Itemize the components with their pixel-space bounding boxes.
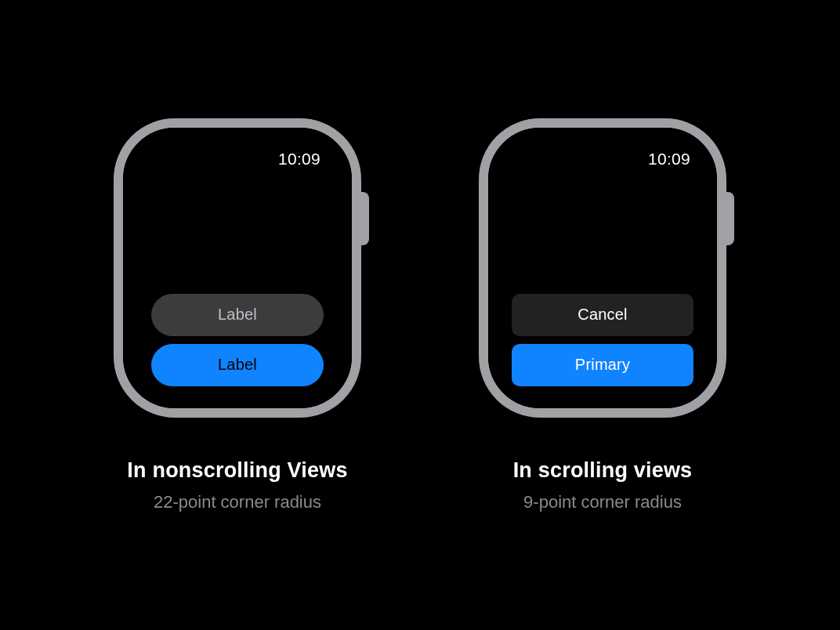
caption-subtitle: 22-point corner radius bbox=[154, 492, 321, 512]
status-time: 10:09 bbox=[512, 150, 693, 168]
button-area: Label Label bbox=[151, 294, 324, 386]
watch-mockup-left: 10:09 Label Label bbox=[114, 118, 361, 418]
cancel-button-label: Cancel bbox=[578, 306, 627, 324]
caption-subtitle: 9-point corner radius bbox=[523, 492, 682, 512]
caption-title: In nonscrolling Views bbox=[127, 458, 347, 483]
watch-crown bbox=[723, 192, 734, 245]
caption-title: In scrolling views bbox=[513, 458, 693, 483]
example-scrolling: 10:09 Cancel Primary In scrolling views … bbox=[479, 118, 726, 512]
primary-button[interactable]: Primary bbox=[512, 344, 693, 386]
primary-button-label: Label bbox=[218, 356, 257, 374]
primary-button-label: Primary bbox=[575, 356, 630, 374]
cancel-button[interactable]: Cancel bbox=[512, 294, 693, 336]
primary-button[interactable]: Label bbox=[151, 344, 324, 386]
secondary-button[interactable]: Label bbox=[151, 294, 324, 336]
comparison-container: 10:09 Label Label In nonscrolling Views … bbox=[0, 0, 840, 630]
watch-crown bbox=[358, 192, 369, 245]
watch-screen: 10:09 Label Label bbox=[123, 128, 352, 408]
secondary-button-label: Label bbox=[218, 306, 257, 324]
status-time: 10:09 bbox=[151, 150, 324, 168]
watch-screen: 10:09 Cancel Primary bbox=[488, 128, 717, 408]
button-area: Cancel Primary bbox=[512, 294, 693, 386]
example-nonscrolling: 10:09 Label Label In nonscrolling Views … bbox=[114, 118, 361, 512]
watch-mockup-right: 10:09 Cancel Primary bbox=[479, 118, 726, 418]
